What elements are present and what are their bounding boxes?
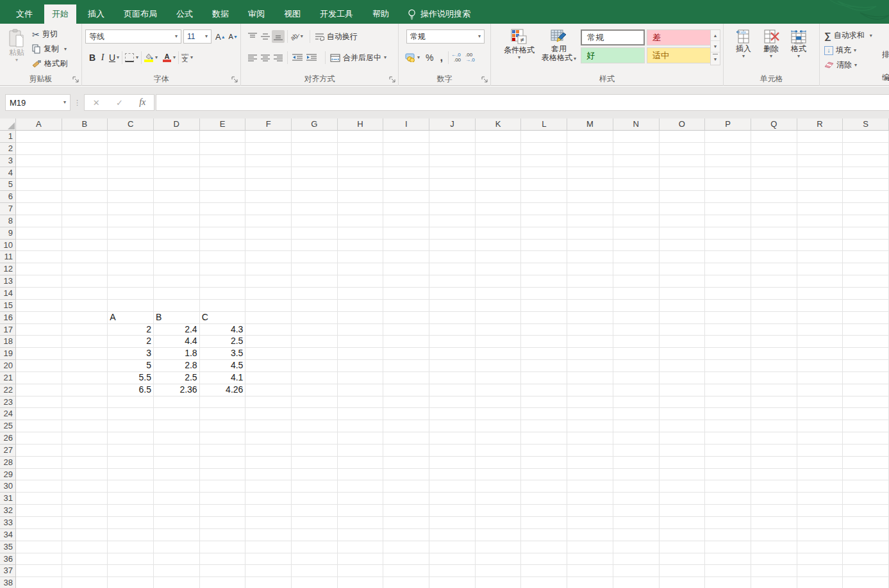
cell-Q14[interactable] xyxy=(751,288,797,300)
cell-E16[interactable]: C xyxy=(200,312,246,324)
cell-C6[interactable] xyxy=(108,191,154,203)
cell-Q35[interactable] xyxy=(751,541,797,553)
cell-I10[interactable] xyxy=(383,240,429,252)
cell-K7[interactable] xyxy=(476,203,522,215)
cell-J18[interactable] xyxy=(429,336,476,348)
cell-E30[interactable] xyxy=(200,480,246,493)
cell-Q20[interactable] xyxy=(751,360,797,372)
cell-A26[interactable] xyxy=(16,432,62,445)
cell-N36[interactable] xyxy=(613,553,660,566)
cell-F17[interactable] xyxy=(245,324,292,336)
cell-E9[interactable] xyxy=(200,227,246,240)
cell-R20[interactable] xyxy=(797,360,843,372)
cell-R14[interactable] xyxy=(797,288,843,300)
cell-S27[interactable] xyxy=(843,445,889,457)
cell-F18[interactable] xyxy=(245,336,292,348)
cell-L16[interactable] xyxy=(521,312,567,324)
cell-G12[interactable] xyxy=(292,263,338,275)
cell-M30[interactable] xyxy=(567,480,613,493)
cell-O17[interactable] xyxy=(660,324,706,336)
cell-N21[interactable] xyxy=(613,372,660,384)
fill-color-button[interactable] xyxy=(144,53,153,62)
cell-G30[interactable] xyxy=(292,480,338,493)
cell-K24[interactable] xyxy=(476,408,522,420)
cell-I24[interactable] xyxy=(383,408,429,420)
cell-I36[interactable] xyxy=(383,553,429,566)
cell-C29[interactable] xyxy=(108,469,154,481)
column-header-L[interactable]: L xyxy=(521,118,567,131)
column-header-R[interactable]: R xyxy=(797,118,843,131)
cell-O26[interactable] xyxy=(660,432,706,445)
column-header-J[interactable]: J xyxy=(429,118,476,131)
cell-N10[interactable] xyxy=(613,240,660,252)
name-box[interactable]: M19 ▾ xyxy=(5,94,71,111)
cell-N35[interactable] xyxy=(613,541,660,553)
cell-D22[interactable]: 2.36 xyxy=(154,384,200,396)
cell-S34[interactable] xyxy=(843,529,889,541)
cell-P25[interactable] xyxy=(705,420,751,432)
font-color-dropdown-icon[interactable]: ▾ xyxy=(173,55,176,60)
cell-S37[interactable] xyxy=(843,565,889,577)
cell-style-chip-1[interactable]: 差 xyxy=(647,29,711,45)
cell-E31[interactable] xyxy=(200,493,246,505)
underline-button[interactable]: U xyxy=(108,53,117,63)
row-header-32[interactable]: 32 xyxy=(0,505,16,517)
cell-A18[interactable] xyxy=(16,336,62,348)
cell-B8[interactable] xyxy=(62,215,108,227)
cell-C22[interactable]: 6.5 xyxy=(108,384,154,396)
font-name-combo[interactable]: 等线 ▾ xyxy=(85,29,181,44)
cell-A15[interactable] xyxy=(16,300,62,312)
cell-C27[interactable] xyxy=(108,445,154,457)
cell-M24[interactable] xyxy=(567,408,613,420)
cell-S4[interactable] xyxy=(843,167,889,179)
cell-H15[interactable] xyxy=(338,300,384,312)
cell-E2[interactable] xyxy=(200,143,246,155)
row-header-14[interactable]: 14 xyxy=(0,288,16,300)
cell-C4[interactable] xyxy=(108,167,154,179)
select-all-corner[interactable] xyxy=(0,118,16,131)
cell-K11[interactable] xyxy=(476,251,522,263)
font-color-button[interactable]: A xyxy=(163,53,171,62)
row-header-21[interactable]: 21 xyxy=(0,372,16,384)
cell-P22[interactable] xyxy=(705,384,751,396)
cell-N13[interactable] xyxy=(613,275,660,288)
cell-N15[interactable] xyxy=(613,300,660,312)
cell-G16[interactable] xyxy=(292,312,338,324)
cell-P31[interactable] xyxy=(705,493,751,505)
cell-O19[interactable] xyxy=(660,348,706,360)
cell-J1[interactable] xyxy=(429,131,476,143)
cell-R18[interactable] xyxy=(797,336,843,348)
tab-page-layout[interactable]: 页面布局 xyxy=(116,4,165,24)
cell-R27[interactable] xyxy=(797,445,843,457)
cell-K34[interactable] xyxy=(476,529,522,541)
cell-B27[interactable] xyxy=(62,445,108,457)
increase-decimal-button[interactable]: ←.0.00 xyxy=(451,53,461,63)
cell-L1[interactable] xyxy=(521,131,567,143)
cell-K20[interactable] xyxy=(476,360,522,372)
cell-J28[interactable] xyxy=(429,457,476,469)
cell-I5[interactable] xyxy=(383,179,429,191)
copy-button[interactable]: 复制 ▾ xyxy=(32,44,67,54)
cell-H1[interactable] xyxy=(338,131,384,143)
cell-P24[interactable] xyxy=(705,408,751,420)
cell-C1[interactable] xyxy=(108,131,154,143)
cell-C9[interactable] xyxy=(108,227,154,240)
bold-button[interactable]: B xyxy=(87,53,97,63)
cell-C18[interactable]: 2 xyxy=(108,336,154,348)
cell-M15[interactable] xyxy=(567,300,613,312)
cell-J20[interactable] xyxy=(429,360,476,372)
cell-D25[interactable] xyxy=(154,420,200,432)
cell-E23[interactable] xyxy=(200,396,246,409)
row-header-24[interactable]: 24 xyxy=(0,408,16,420)
row-header-8[interactable]: 8 xyxy=(0,215,16,227)
cell-E35[interactable] xyxy=(200,541,246,553)
cell-B15[interactable] xyxy=(62,300,108,312)
row-header-12[interactable]: 12 xyxy=(0,263,16,275)
font-dialog-launcher-icon[interactable] xyxy=(231,76,238,83)
cell-G25[interactable] xyxy=(292,420,338,432)
cell-K23[interactable] xyxy=(476,396,522,409)
cell-F36[interactable] xyxy=(245,553,292,566)
cell-L38[interactable] xyxy=(521,577,567,588)
cell-A7[interactable] xyxy=(16,203,62,215)
cell-O10[interactable] xyxy=(660,240,706,252)
